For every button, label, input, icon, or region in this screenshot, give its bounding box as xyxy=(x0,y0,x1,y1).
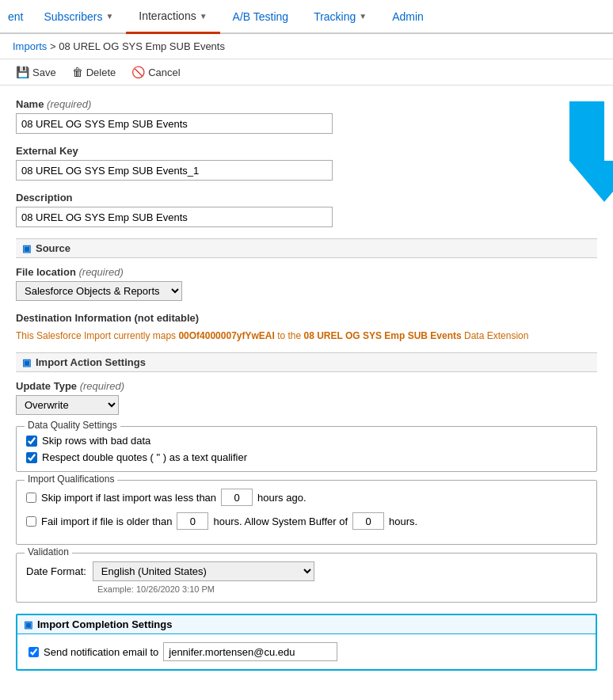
respect-quotes-row: Respect double quotes ( " ) as a text qu… xyxy=(26,451,587,463)
update-type-select-wrapper: Overwrite Add Only Update Only Add and U… xyxy=(16,395,597,415)
completion-section-icon: ▣ xyxy=(24,619,32,630)
subscribers-dropdown-arrow: ▼ xyxy=(105,12,113,21)
tracking-dropdown-arrow: ▼ xyxy=(359,12,367,21)
file-location-label: File location (required) xyxy=(16,266,597,278)
external-key-input[interactable] xyxy=(16,160,333,181)
name-input[interactable] xyxy=(16,113,333,134)
skip-import-checkbox[interactable] xyxy=(26,493,36,503)
skip-import-label-suffix: hours ago. xyxy=(257,492,306,504)
validation-title: Validation xyxy=(25,546,72,557)
respect-quotes-checkbox[interactable] xyxy=(26,452,37,463)
fail-import-label-suffix: hours. xyxy=(389,515,417,527)
destination-info-text: This Salesforce Import currently maps 00… xyxy=(16,330,597,341)
save-button[interactable]: 💾 Save xyxy=(13,64,59,80)
source-section-header: ▣ Source xyxy=(16,238,597,258)
import-qualifications-title: Import Qualifications xyxy=(25,474,117,485)
completion-section-header: ▣ Import Completion Settings xyxy=(17,615,596,634)
save-icon: 💾 xyxy=(16,66,29,78)
nav-bar: ent Subscribers ▼ Interactions ▼ A/B Tes… xyxy=(0,0,613,34)
fail-import-checkbox[interactable] xyxy=(26,516,36,527)
nav-item-interactions[interactable]: Interactions ▼ xyxy=(126,0,219,34)
name-field-group: Name (required) xyxy=(16,98,597,134)
notification-email-input[interactable] xyxy=(163,642,337,661)
toolbar: 💾 Save 🗑 Delete 🚫 Cancel xyxy=(0,59,613,86)
completion-section-body: Send notification email to xyxy=(17,634,596,669)
nav-item-admin[interactable]: Admin xyxy=(379,1,436,32)
nav-item-ab-testing[interactable]: A/B Testing xyxy=(220,1,302,32)
fail-import-hours-input[interactable] xyxy=(177,512,208,530)
description-input[interactable] xyxy=(16,207,333,227)
skip-import-hours-input[interactable] xyxy=(221,489,253,506)
fail-import-label-prefix: Fail import if file is older than xyxy=(41,515,172,527)
breadcrumb-current: 08 UREL OG SYS Emp SUB Events xyxy=(59,40,225,52)
data-quality-title: Data Quality Settings xyxy=(25,420,120,431)
notification-checkbox[interactable] xyxy=(29,647,39,657)
breadcrumb-link[interactable]: Imports xyxy=(13,40,47,52)
nav-item-tracking[interactable]: Tracking ▼ xyxy=(301,1,379,32)
nav-item-content[interactable]: ent xyxy=(0,1,31,32)
skip-import-label-prefix: Skip import if last import was less than xyxy=(41,492,216,504)
file-location-group: File location (required) Salesforce Obje… xyxy=(16,266,597,301)
import-qualifications-group-box: Import Qualifications Skip import if las… xyxy=(16,480,597,545)
update-type-group: Update Type (required) Overwrite Add Onl… xyxy=(16,380,597,415)
fail-import-row: Fail import if file is older than hours.… xyxy=(26,512,587,530)
skip-bad-data-row: Skip rows with bad data xyxy=(26,435,587,447)
breadcrumb-separator: > xyxy=(50,40,56,52)
delete-icon: 🗑 xyxy=(72,66,83,78)
respect-quotes-label: Respect double quotes ( " ) as a text qu… xyxy=(42,451,247,463)
file-location-select-wrapper: Salesforce Objects & Reports FTP SFTP xyxy=(16,281,597,301)
source-section-icon: ▣ xyxy=(22,243,31,254)
file-location-select[interactable]: Salesforce Objects & Reports FTP SFTP xyxy=(16,281,182,301)
import-completion-section: ▣ Import Completion Settings Send notifi… xyxy=(16,614,597,671)
notification-label: Send notification email to xyxy=(44,646,158,658)
date-format-example: Example: 10/26/2020 3:10 PM xyxy=(97,584,587,594)
description-field-group: Description xyxy=(16,192,597,227)
date-format-select[interactable]: English (United States) Custom xyxy=(93,561,314,581)
update-type-label: Update Type (required) xyxy=(16,380,597,392)
name-label: Name (required) xyxy=(16,98,597,110)
validation-group-box: Validation Date Format: English (United … xyxy=(16,553,597,603)
date-format-row: Date Format: English (United States) Cus… xyxy=(26,561,587,581)
import-action-section-header: ▣ Import Action Settings xyxy=(16,352,597,372)
fail-import-buffer-input[interactable] xyxy=(352,512,384,530)
breadcrumb: Imports > 08 UREL OG SYS Emp SUB Events xyxy=(0,34,613,59)
cancel-icon: 🚫 xyxy=(131,66,145,78)
delete-button[interactable]: 🗑 Delete xyxy=(69,64,120,80)
import-action-section-icon: ▣ xyxy=(22,357,31,368)
destination-info-label: Destination Information (not editable) xyxy=(16,312,597,324)
skip-bad-data-label: Skip rows with bad data xyxy=(42,435,150,447)
notification-row: Send notification email to xyxy=(29,642,584,661)
external-key-label: External Key xyxy=(16,145,597,157)
main-content: Name (required) External Key Description… xyxy=(0,86,613,694)
destination-info-group: Destination Information (not editable) T… xyxy=(16,312,597,341)
description-label: Description xyxy=(16,192,597,204)
skip-import-row: Skip import if last import was less than… xyxy=(26,489,587,506)
skip-bad-data-checkbox[interactable] xyxy=(26,436,37,447)
update-type-select[interactable]: Overwrite Add Only Update Only Add and U… xyxy=(16,395,119,415)
interactions-dropdown-arrow: ▼ xyxy=(200,12,208,21)
nav-item-subscribers[interactable]: Subscribers ▼ xyxy=(31,1,126,32)
date-format-label: Date Format: xyxy=(26,565,86,577)
cancel-button[interactable]: 🚫 Cancel xyxy=(128,64,183,80)
fail-import-label-middle: hours. Allow System Buffer of xyxy=(213,515,348,527)
data-quality-group-box: Data Quality Settings Skip rows with bad… xyxy=(16,426,597,472)
external-key-field-group: External Key xyxy=(16,145,597,181)
